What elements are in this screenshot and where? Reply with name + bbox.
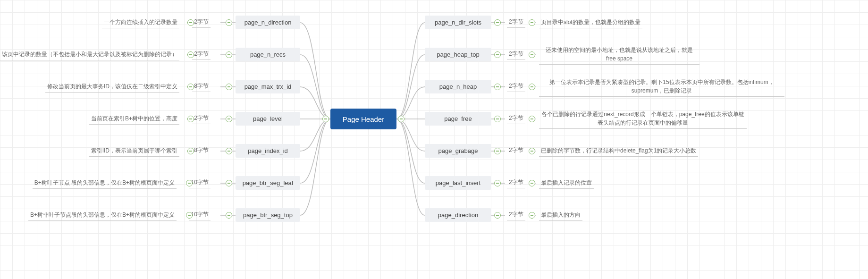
collapse-icon[interactable] (494, 148, 501, 154)
field-desc: 最后插入的方向 (539, 211, 582, 221)
field-bytes: 2字节 (192, 114, 211, 124)
field-node: page_free (425, 112, 491, 126)
collapse-icon[interactable] (529, 84, 535, 90)
collapse-icon[interactable] (529, 19, 535, 26)
field-desc: 还未使用的空间的最小地址，也就是说从该地址之后，就是free space (539, 46, 699, 65)
field-node: page_grabage (425, 144, 491, 158)
collapse-icon[interactable] (186, 180, 193, 186)
collapse-icon[interactable] (187, 19, 194, 26)
collapse-icon[interactable] (494, 19, 501, 26)
field-desc: 当前页在索引B+树中的位置，高度 (89, 114, 179, 125)
field-bytes: 2字节 (192, 18, 211, 28)
collapse-icon[interactable] (187, 84, 194, 90)
field-node: page_level (236, 112, 300, 126)
field-desc: B+树非叶子节点段的头部信息，仅在B+树的根页面中定义 (28, 211, 177, 221)
field-node: page_heap_top (425, 48, 491, 61)
field-bytes: 2字节 (192, 50, 211, 60)
root-label: Page Header (343, 115, 384, 123)
field-bytes: 2字节 (507, 114, 525, 124)
field-desc: 索引IID，表示当前页属于哪个索引 (89, 146, 179, 157)
field-desc: 页目录中slot的数量，也就是分组的数量 (539, 18, 642, 28)
field-node: page_btr_seg_leaf (236, 176, 300, 190)
field-bytes: 8字节 (192, 146, 211, 156)
collapse-icon[interactable] (226, 212, 232, 219)
collapse-icon[interactable] (186, 212, 193, 219)
collapse-icon[interactable] (529, 212, 535, 219)
collapse-icon[interactable] (187, 51, 194, 58)
field-bytes: 2字节 (507, 82, 525, 92)
field-desc: B+树叶子节点 段的头部信息，仅在B+树的根页面中定义 (33, 178, 177, 189)
field-node: page_index_id (236, 144, 300, 158)
field-desc: 各个已删除的行记录通过next_record形成一个单链表，page_free的… (539, 110, 747, 129)
field-bytes: 2字节 (507, 50, 525, 60)
collapse-icon[interactable] (529, 180, 535, 186)
field-desc: 该页中记录的数量（不包括最小和最大记录以及被标记为删除的记录） (0, 50, 179, 60)
field-bytes: 2字节 (507, 18, 525, 28)
root-node: Page Header (330, 109, 396, 129)
mindmap-diagram: Page Header page_n_direction 2字节 一个方向连续插… (0, 0, 868, 279)
field-desc: 一个方向连续插入的记录数量 (102, 18, 179, 28)
field-bytes: 2字节 (507, 178, 525, 188)
field-node: page_n_dir_slots (425, 16, 491, 29)
field-bytes: 2字节 (507, 211, 525, 220)
collapse-icon[interactable] (494, 116, 501, 122)
collapse-icon[interactable] (226, 19, 232, 26)
collapse-icon[interactable] (226, 180, 232, 186)
field-node: page_n_direction (236, 16, 300, 29)
collapse-icon[interactable] (529, 51, 535, 58)
field-desc: 已删除的字节数，行记录结构中delete_flag为1的记录大小总数 (539, 146, 698, 157)
collapse-icon[interactable] (226, 84, 232, 90)
field-bytes: 8字节 (192, 82, 211, 92)
collapse-icon[interactable] (494, 84, 501, 90)
field-desc: 第一位表示本记录是否为紧凑型的记录。剩下15位表示本页中所有记录数。包括infi… (539, 78, 784, 97)
collapse-icon[interactable] (529, 116, 535, 122)
field-node: page_n_recs (236, 48, 300, 61)
field-node: page_max_trx_id (236, 80, 300, 93)
field-desc: 修改当前页的最大事务ID，该值仅在二级索引中定义 (45, 82, 179, 93)
field-node: page_n_heap (425, 80, 491, 93)
collapse-icon[interactable] (226, 51, 232, 58)
field-node: page_direction (425, 208, 491, 222)
collapse-icon[interactable] (494, 212, 501, 219)
field-bytes: 2字节 (507, 146, 525, 156)
collapse-icon[interactable] (226, 116, 232, 122)
collapse-icon[interactable] (529, 148, 535, 154)
collapse-icon[interactable] (494, 180, 501, 186)
field-node: page_btr_seg_top (236, 208, 300, 222)
collapse-icon[interactable] (187, 116, 194, 122)
collapse-icon[interactable] (494, 51, 501, 58)
field-node: page_last_insert (425, 176, 491, 190)
collapse-icon[interactable] (226, 148, 232, 154)
field-desc: 最后插入记录的位置 (539, 178, 594, 189)
collapse-icon[interactable] (187, 148, 194, 154)
collapse-icon[interactable] (398, 116, 405, 122)
connector-lines (0, 0, 868, 279)
collapse-icon[interactable] (322, 116, 329, 122)
